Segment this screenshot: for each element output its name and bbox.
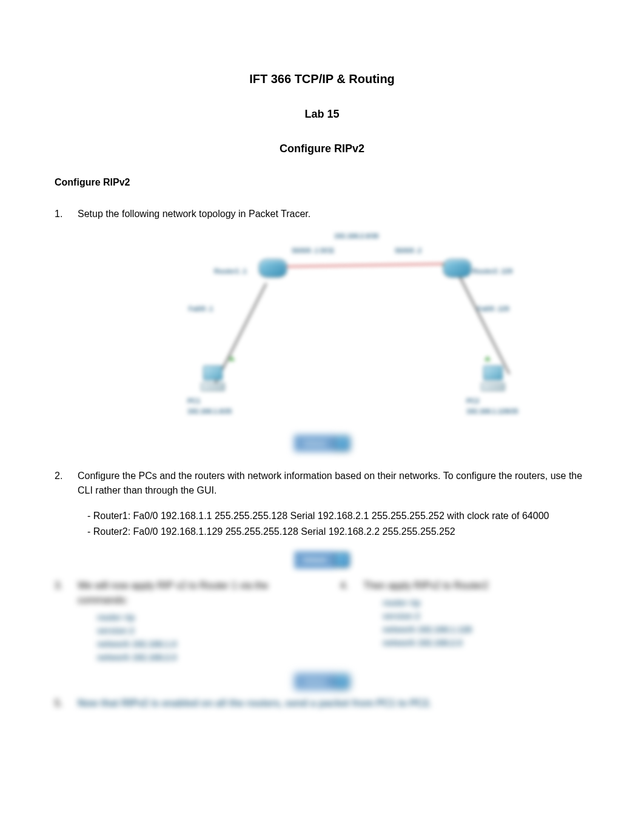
- cmd-line: version 2: [383, 610, 589, 623]
- router1-name-label: Router1 .1: [214, 266, 247, 277]
- pc1-icon: [201, 366, 225, 391]
- lab-topic: Configure RIPv2: [55, 141, 589, 157]
- router-config-details: - Router1: Fa0/0 192.168.1.1 255.255.255…: [87, 509, 589, 539]
- router2-icon: [443, 259, 471, 277]
- lab-number: Lab 15: [55, 106, 589, 122]
- step-1: 1. Setup the following network topology …: [55, 207, 589, 221]
- step-number: 4.: [340, 578, 351, 593]
- router1-rip-commands: router rip version 2 network 192.168.1.0…: [97, 611, 304, 664]
- cmd-line: network 192.168.1.128: [383, 623, 589, 636]
- step-text: Configure the PCs and the routers with n…: [78, 469, 589, 498]
- lock-icon: [334, 435, 350, 451]
- network-topology-diagram: 192.168.2.0/30 S0/0/0 .1 DCE S0/0/0 .2 R…: [116, 232, 528, 457]
- unlock-label: Unlock: [294, 551, 336, 569]
- router1-fa-label: Fa0/0 .1: [189, 304, 213, 314]
- step-number: 5.: [55, 696, 65, 711]
- cmd-line: version 2: [97, 625, 304, 637]
- lock-icon: [334, 674, 350, 689]
- pc2-label: PC2 192.168.1.128/25: [466, 396, 518, 416]
- router2-name-label: Router2 .129: [472, 266, 512, 277]
- cmd-line: network 192.168.2.0: [97, 651, 304, 664]
- step-3: 3. We will now apply RIP v2 to Router 1 …: [55, 578, 304, 608]
- router1-config: - Router1: Fa0/0 192.168.1.1 255.255.255…: [87, 509, 589, 523]
- step-text: We will now apply RIP v2 to Router 1 via…: [78, 578, 304, 608]
- step-number: 1.: [55, 207, 65, 221]
- section-heading: Configure RIPv2: [55, 175, 589, 190]
- serial-network-label: 192.168.2.0/30: [334, 231, 378, 241]
- step-number: 3.: [55, 578, 65, 608]
- cmd-line: network 192.168.1.0: [97, 638, 304, 651]
- cmd-line: router rip: [97, 611, 304, 624]
- router2-serial-label: S0/0/0 .2: [395, 246, 421, 256]
- router2-config: - Router2: Fa0/0 192.168.1.129 255.255.2…: [87, 525, 589, 539]
- cmd-line: network 192.168.2.0: [383, 637, 589, 649]
- unlock-label: Unlock: [294, 673, 336, 691]
- router2-fa-label: Fa0/0 .129: [477, 304, 509, 314]
- pc1-label: PC1 192.168.1.0/25: [187, 396, 232, 416]
- step-5: 5. Now that RIPv2 is enabled on all the …: [55, 696, 589, 711]
- pc2-icon: [481, 366, 505, 391]
- router2-rip-commands: router rip version 2 network 192.168.1.1…: [383, 597, 589, 649]
- cmd-line: router rip: [383, 597, 589, 609]
- step-text: Setup the following network topology in …: [78, 207, 589, 221]
- document-page: IFT 366 TCP/IP & Routing Lab 15 Configur…: [0, 0, 644, 758]
- course-title: IFT 366 TCP/IP & Routing: [55, 70, 589, 88]
- router1-serial-label: S0/0/0 .1 DCE: [292, 246, 334, 256]
- lock-icon: [334, 552, 350, 568]
- step-2: 2. Configure the PCs and the routers wit…: [55, 469, 589, 498]
- step-4: 4. Then apply RIPv2 to Router2: [340, 578, 589, 593]
- step-number: 2.: [55, 469, 65, 498]
- step-text: Now that RIPv2 is enabled on all the rou…: [78, 696, 589, 711]
- unlock-widget[interactable]: Unlock: [294, 435, 351, 452]
- step-text: Then apply RIPv2 to Router2: [363, 578, 589, 593]
- unlock-widget[interactable]: Unlock: [294, 673, 351, 691]
- unlock-widget[interactable]: Unlock: [294, 551, 351, 569]
- router1-icon: [259, 259, 287, 277]
- blurred-content: 3. We will now apply RIP v2 to Router 1 …: [55, 578, 589, 711]
- unlock-label: Unlock: [294, 435, 336, 452]
